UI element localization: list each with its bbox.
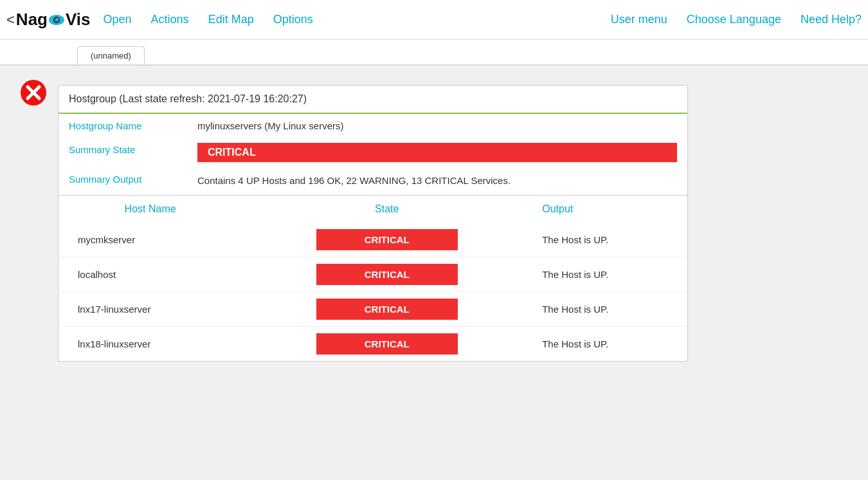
nav-edit-map[interactable]: Edit Map	[208, 13, 254, 26]
popup-header-text: Hostgroup (Last state refresh: 2021-07-1…	[69, 93, 307, 104]
main-content: Hostgroup (Last state refresh: 2021-07-1…	[0, 66, 868, 381]
nav-links: Open Actions Edit Map Options	[104, 13, 611, 26]
host-state-cell: CRITICAL	[242, 326, 532, 361]
hostgroup-name-value: mylinuxservers (My Linux servers)	[187, 114, 687, 138]
host-state-cell: CRITICAL	[242, 223, 532, 257]
col-output-header: Output	[532, 196, 687, 223]
popup-card: Hostgroup (Last state refresh: 2021-07-1…	[58, 85, 688, 362]
summary-state-label: Summary State	[59, 138, 187, 167]
svg-point-3	[57, 18, 58, 19]
host-name-cell: mycmkserver	[59, 223, 242, 257]
tab-unnamed[interactable]: (unnamed)	[77, 46, 145, 64]
nav-actions[interactable]: Actions	[151, 13, 189, 26]
table-row: mycmkserver CRITICAL The Host is UP.	[59, 223, 687, 257]
nav-right: User menu Choose Language Need Help?	[611, 13, 862, 26]
table-row: localhost CRITICAL The Host is UP.	[59, 257, 687, 291]
nav-open[interactable]: Open	[104, 13, 132, 26]
host-name-cell: lnx18-linuxserver	[59, 326, 242, 361]
host-output-cell: The Host is UP.	[532, 223, 687, 257]
host-state-badge: CRITICAL	[316, 229, 458, 250]
host-state-cell: CRITICAL	[242, 257, 532, 291]
info-table: Hostgroup Name mylinuxservers (My Linux …	[59, 114, 687, 196]
host-output-cell: The Host is UP.	[532, 291, 687, 326]
nav-user-menu[interactable]: User menu	[611, 13, 667, 26]
host-output-cell: The Host is UP.	[532, 326, 687, 361]
summary-state-badge: CRITICAL	[197, 143, 677, 162]
hosts-table: Host Name State Output mycmkserver CRITI…	[59, 196, 687, 361]
logo-arrow: <	[6, 12, 15, 28]
host-state-cell: CRITICAL	[242, 291, 532, 326]
table-row: lnx17-linuxserver CRITICAL The Host is U…	[59, 291, 687, 326]
nav-choose-language[interactable]: Choose Language	[687, 13, 781, 26]
summary-output-row: Summary Output Contains 4 UP Hosts and 1…	[59, 167, 687, 195]
summary-output-label: Summary Output	[59, 167, 187, 195]
host-state-badge: CRITICAL	[316, 333, 458, 355]
hostgroup-name-label: Hostgroup Name	[59, 114, 187, 138]
summary-output-value: Contains 4 UP Hosts and 196 OK, 22 WARNI…	[187, 167, 687, 195]
popup-header: Hostgroup (Last state refresh: 2021-07-1…	[59, 86, 687, 114]
table-row: lnx18-linuxserver CRITICAL The Host is U…	[59, 326, 687, 361]
col-hostname-header: Host Name	[59, 196, 242, 223]
col-state-header: State	[242, 196, 532, 223]
logo[interactable]: < Nag Vis	[6, 10, 91, 30]
logo-text: Nag	[16, 10, 48, 30]
host-state-badge: CRITICAL	[316, 264, 458, 285]
host-output-cell: The Host is UP.	[532, 257, 687, 291]
summary-state-row: Summary State CRITICAL	[59, 138, 687, 167]
logo-text-end: Vis	[66, 10, 91, 30]
nav-need-help[interactable]: Need Help?	[800, 13, 862, 26]
error-icon	[19, 78, 45, 104]
nav-options[interactable]: Options	[273, 13, 313, 26]
tab-bar: (unnamed)	[0, 40, 868, 66]
logo-eye-icon	[48, 11, 66, 29]
navbar: < Nag Vis Open Actions Edit Map Options …	[0, 0, 868, 40]
host-name-cell: localhost	[59, 257, 242, 291]
host-name-cell: lnx17-linuxserver	[59, 291, 242, 326]
hosts-table-header-row: Host Name State Output	[59, 196, 687, 223]
summary-state-value-cell: CRITICAL	[187, 138, 687, 167]
hostgroup-name-row: Hostgroup Name mylinuxservers (My Linux …	[59, 114, 687, 138]
host-state-badge: CRITICAL	[316, 299, 458, 320]
